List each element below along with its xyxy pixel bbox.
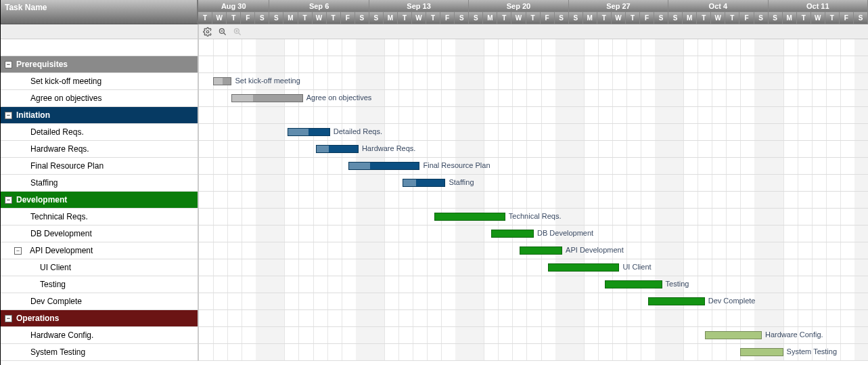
day-header: M — [384, 12, 398, 24]
gantt-bar[interactable]: UI Client — [548, 263, 619, 272]
day-header: S — [654, 12, 668, 24]
gantt-bar[interactable]: Testing — [605, 280, 662, 288]
gantt-bar[interactable]: DB Development — [491, 230, 534, 238]
bar-label: UI Client — [622, 263, 651, 271]
task-label: Technical Reqs. — [5, 212, 88, 221]
task-row[interactable]: DB Development — [1, 226, 198, 242]
day-header: F — [440, 12, 455, 24]
day-header: S — [369, 12, 384, 24]
collapse-icon[interactable]: − — [5, 112, 12, 119]
task-label: System Testing — [5, 347, 85, 357]
bar-label: Hardware Config. — [765, 330, 823, 339]
task-row[interactable]: Detailed Reqs. — [1, 124, 198, 141]
gantt-timeline[interactable]: Set kick-off meetingAgree on objectivesD… — [199, 39, 868, 361]
task-row[interactable]: Testing — [1, 276, 198, 293]
day-header: S — [854, 12, 868, 24]
day-header: W — [212, 12, 227, 24]
bar-label: System Testing — [787, 347, 837, 356]
week-header: Sep 13 — [369, 0, 469, 12]
bar-label: Dev Complete — [708, 297, 756, 305]
week-header: Oct 4 — [668, 0, 768, 12]
gantt-bar[interactable]: Agree on objectives — [231, 94, 302, 102]
bar-label: Set kick-off meeting — [235, 77, 300, 85]
week-header: Sep 27 — [569, 0, 668, 12]
task-row[interactable]: Agree on objectives — [1, 90, 198, 107]
task-row[interactable]: −API Development — [1, 242, 198, 259]
collapse-icon[interactable]: − — [5, 61, 12, 68]
task-label: Hardware Reqs. — [5, 144, 89, 154]
day-header: S — [455, 12, 469, 24]
task-label: Staffing — [5, 178, 58, 188]
bar-label: DB Development — [537, 229, 593, 237]
zoom-in-icon — [233, 27, 242, 37]
svg-point-0 — [206, 30, 209, 33]
group-row-initiation[interactable]: −Initiation — [1, 107, 198, 124]
day-header: F — [541, 12, 555, 24]
group-row-prerequisites[interactable]: −Prerequisites — [1, 56, 198, 73]
collapse-icon[interactable]: − — [5, 315, 12, 322]
gantt-bar[interactable]: Detailed Reqs. — [288, 128, 330, 136]
task-label: API Development — [30, 246, 93, 255]
task-row[interactable]: Dev Complete — [1, 293, 198, 310]
task-list: −PrerequisitesSet kick-off meetingAgree … — [1, 39, 199, 361]
task-label: Final Resource Plan — [5, 161, 104, 171]
timeline-header: Task Name Aug 30Sep 6Sep 13Sep 20Sep 27O… — [1, 0, 868, 24]
day-header: M — [483, 12, 497, 24]
day-header: T — [227, 12, 241, 24]
task-row[interactable]: Technical Reqs. — [1, 209, 198, 226]
gantt-bar[interactable]: Technical Reqs. — [434, 213, 505, 221]
task-label: Set kick-off meeting — [5, 77, 101, 86]
day-header: T — [198, 12, 212, 24]
bar-label: API Development — [566, 246, 624, 254]
zoom-out-icon[interactable] — [218, 27, 227, 37]
task-label: Dev Complete — [5, 297, 82, 306]
collapse-icon[interactable]: − — [5, 196, 12, 204]
day-header: F — [341, 12, 355, 24]
week-header: Oct 11 — [769, 0, 868, 12]
task-row[interactable]: Set kick-off meeting — [1, 73, 198, 90]
gantt-bar[interactable]: Hardware Reqs. — [316, 145, 359, 153]
group-row-development[interactable]: −Development — [1, 192, 198, 209]
day-header: S — [569, 12, 583, 24]
group-row-operations[interactable]: −Operations — [1, 310, 198, 327]
bar-label: Hardware Reqs. — [362, 144, 415, 152]
collapse-icon[interactable]: − — [14, 247, 22, 255]
day-header: T — [426, 12, 440, 24]
day-header: T — [497, 12, 511, 24]
timeline-scale: Aug 30Sep 6Sep 13Sep 20Sep 27Oct 4Oct 11… — [198, 0, 868, 24]
bar-label: Detailed Reqs. — [334, 127, 382, 135]
day-header: M — [783, 12, 797, 24]
gantt-bar[interactable]: Final Resource Plan — [348, 162, 419, 170]
bar-label: Final Resource Plan — [423, 161, 490, 169]
spacer-row — [1, 39, 198, 56]
task-label: Hardware Config. — [5, 330, 93, 340]
gantt-bar[interactable]: Set kick-off meeting — [213, 77, 231, 85]
gantt-bar[interactable]: API Development — [520, 246, 562, 255]
day-header: T — [697, 12, 711, 24]
bar-label: Agree on objectives — [306, 93, 372, 102]
bar-label: Testing — [666, 280, 689, 288]
gantt-body: −PrerequisitesSet kick-off meetingAgree … — [1, 39, 868, 361]
day-header: T — [597, 12, 612, 24]
day-header: W — [711, 12, 725, 24]
task-row[interactable]: Hardware Reqs. — [1, 141, 198, 158]
gantt-bar[interactable]: Dev Complete — [648, 297, 705, 305]
task-row[interactable]: Hardware Config. — [1, 327, 198, 344]
toolbar-row — [1, 24, 868, 39]
day-header: M — [283, 12, 298, 24]
week-header: Aug 30 — [198, 0, 269, 12]
task-label: UI Client — [5, 263, 71, 272]
task-row[interactable]: Staffing — [1, 175, 198, 192]
day-header: F — [640, 12, 654, 24]
bar-label: Technical Reqs. — [509, 212, 562, 220]
gantt-bar[interactable]: Hardware Config. — [705, 331, 762, 339]
task-row[interactable]: UI Client — [1, 259, 198, 276]
day-header: T — [626, 12, 640, 24]
task-row[interactable]: System Testing — [1, 344, 198, 361]
settings-icon[interactable] — [203, 27, 212, 37]
gantt-bar[interactable]: Staffing — [403, 179, 445, 187]
day-header: S — [469, 12, 483, 24]
task-row[interactable]: Final Resource Plan — [1, 158, 198, 175]
gantt-bar[interactable]: System Testing — [740, 348, 783, 356]
column-header-task-name[interactable]: Task Name — [1, 0, 198, 24]
